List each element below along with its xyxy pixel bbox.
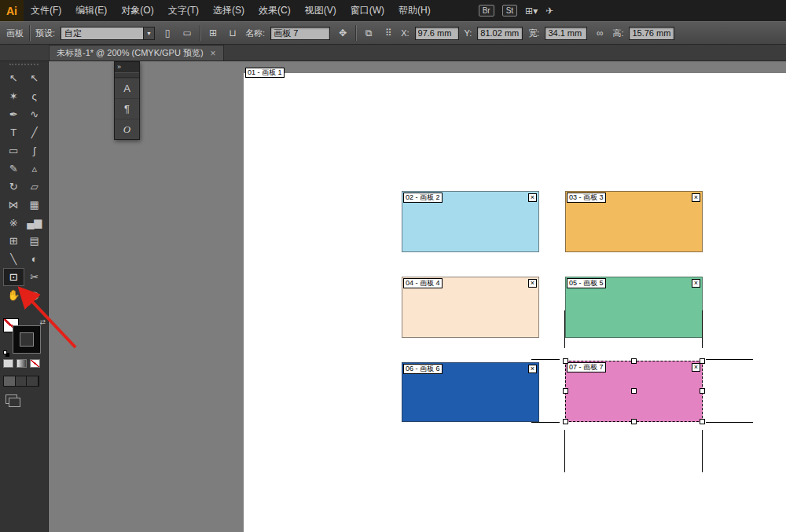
orientation-portrait-icon[interactable]: ▯ bbox=[160, 24, 174, 42]
width-input[interactable] bbox=[545, 27, 587, 40]
artboard-5[interactable]: 05 - 画板 5 × bbox=[565, 277, 703, 338]
hand-tool[interactable]: ✋ bbox=[3, 286, 24, 304]
panel-grip[interactable] bbox=[115, 72, 139, 78]
move-artwork-icon[interactable]: ⧉ bbox=[362, 24, 376, 42]
artboard-3[interactable]: 03 - 画板 3 × bbox=[565, 191, 703, 252]
artboard-label[interactable]: 04 - 画板 4 bbox=[403, 278, 443, 288]
document-tab[interactable]: 未标题-1* @ 200% (CMYK/GPU 预览) × bbox=[49, 45, 224, 61]
selection-handle[interactable] bbox=[700, 358, 705, 364]
height-input[interactable] bbox=[629, 27, 674, 40]
free-transform-tool[interactable]: ▦ bbox=[24, 196, 46, 214]
width-tool[interactable]: ⋈ bbox=[3, 196, 24, 214]
line-segment-tool[interactable]: ╱ bbox=[24, 123, 46, 141]
selection-handle[interactable] bbox=[563, 358, 568, 364]
rectangle-tool[interactable]: ▭ bbox=[3, 141, 24, 160]
artboard-6[interactable]: 06 - 画板 6 × bbox=[402, 362, 539, 422]
color-button[interactable] bbox=[3, 359, 13, 368]
draw-behind-button[interactable] bbox=[16, 376, 28, 386]
gradient-tool[interactable]: ▤ bbox=[24, 232, 46, 250]
direct-selection-tool[interactable]: ↖ bbox=[24, 69, 46, 87]
blend-tool[interactable]: ◐ bbox=[24, 250, 46, 268]
opentype-panel-button[interactable]: O bbox=[115, 119, 139, 139]
selection-tool[interactable]: ↖ bbox=[3, 69, 24, 87]
menu-help[interactable]: 帮助(H) bbox=[391, 0, 438, 21]
artboard-close-icon[interactable]: × bbox=[692, 193, 700, 202]
pen-tool[interactable]: ✒ bbox=[3, 105, 24, 123]
artboard-close-icon[interactable]: × bbox=[528, 279, 537, 288]
artboard-tool[interactable]: ⊡ bbox=[3, 268, 24, 286]
gradient-button[interactable] bbox=[17, 359, 27, 368]
artboard-name-input[interactable] bbox=[270, 27, 330, 40]
paintbrush-tool[interactable]: ʃ bbox=[24, 141, 46, 160]
orientation-landscape-icon[interactable]: ▭ bbox=[180, 24, 194, 42]
artboard-4[interactable]: 04 - 画板 4 × bbox=[402, 277, 539, 338]
mesh-tool[interactable]: ⊞ bbox=[3, 232, 24, 250]
workspace-switcher-icon[interactable]: ⊞▾ bbox=[525, 6, 538, 17]
menu-type[interactable]: 文字(T) bbox=[161, 0, 206, 21]
lasso-tool[interactable]: ς bbox=[24, 87, 46, 105]
curvature-tool[interactable]: ∿ bbox=[24, 105, 46, 123]
selection-handle[interactable] bbox=[631, 388, 637, 394]
artboard-7-selected[interactable]: 07 - 画板 7 × bbox=[565, 361, 703, 422]
stroke-swatch[interactable] bbox=[13, 326, 40, 353]
menu-effect[interactable]: 效果(C) bbox=[252, 0, 298, 21]
close-icon[interactable]: × bbox=[211, 49, 216, 58]
link-dimensions-icon[interactable]: ∞ bbox=[593, 24, 607, 42]
scale-tool[interactable]: ▱ bbox=[24, 178, 46, 196]
magic-wand-tool[interactable]: ✶ bbox=[3, 87, 24, 105]
artboard-2[interactable]: 02 - 画板 2 × bbox=[402, 191, 539, 252]
default-fill-stroke-icon[interactable] bbox=[3, 350, 7, 354]
type-tool[interactable]: T bbox=[3, 123, 24, 141]
graph-tool[interactable]: ▄▆ bbox=[24, 214, 46, 232]
rotate-tool[interactable]: ↻ bbox=[3, 178, 24, 196]
zoom-tool[interactable]: ◎ bbox=[24, 286, 46, 304]
menu-window[interactable]: 窗口(W) bbox=[343, 0, 391, 21]
selection-handle[interactable] bbox=[631, 419, 637, 424]
slice-tool[interactable]: ✂ bbox=[24, 268, 46, 286]
character-panel-button[interactable]: A bbox=[115, 78, 139, 98]
selection-handle[interactable] bbox=[631, 358, 637, 364]
x-input[interactable] bbox=[415, 27, 459, 40]
selection-handle[interactable] bbox=[563, 388, 568, 394]
reference-point-icon[interactable]: ⠿ bbox=[381, 24, 395, 42]
menu-file[interactable]: 文件(F) bbox=[24, 0, 68, 21]
screen-mode-icon[interactable] bbox=[6, 394, 17, 404]
pencil-tool[interactable]: ✎ bbox=[3, 160, 24, 178]
draw-normal-button[interactable] bbox=[4, 376, 16, 386]
share-icon[interactable]: ✈ bbox=[545, 6, 553, 17]
bridge-button[interactable]: Br bbox=[479, 5, 494, 17]
artboard-options-icon[interactable]: ✥ bbox=[336, 24, 350, 42]
artboard-label[interactable]: 02 - 画板 2 bbox=[403, 193, 443, 203]
artboard-close-icon[interactable]: × bbox=[528, 193, 537, 202]
artboard-close-icon[interactable]: × bbox=[528, 365, 537, 373]
artboard-label[interactable]: 03 - 画板 3 bbox=[567, 193, 606, 203]
delete-artboard-icon[interactable]: ⊔ bbox=[226, 24, 240, 42]
selection-handle[interactable] bbox=[700, 388, 705, 394]
new-artboard-icon[interactable]: ⊞ bbox=[206, 24, 220, 42]
artboard-label[interactable]: 05 - 画板 5 bbox=[567, 278, 606, 288]
menu-edit[interactable]: 编辑(E) bbox=[68, 0, 114, 21]
eyedropper-tool[interactable]: ╲ bbox=[3, 250, 24, 268]
paragraph-panel-button[interactable]: ¶ bbox=[115, 98, 139, 119]
y-input[interactable] bbox=[477, 27, 523, 40]
toolbar-grip[interactable] bbox=[9, 64, 39, 68]
none-button[interactable] bbox=[30, 359, 40, 368]
menu-object[interactable]: 对象(O) bbox=[114, 0, 160, 21]
artboard-label[interactable]: 01 - 画板 1 bbox=[245, 68, 285, 78]
preset-dropdown[interactable]: 自定 ▼ bbox=[61, 27, 155, 40]
shaper-tool[interactable]: ▵ bbox=[24, 160, 46, 178]
artboard-close-icon[interactable]: × bbox=[692, 363, 700, 372]
panel-collapse-button[interactable]: » bbox=[115, 62, 139, 72]
menu-select[interactable]: 选择(S) bbox=[206, 0, 252, 21]
canvas[interactable]: 01 - 画板 1 02 - 画板 2 × 03 - 画板 3 × 04 - 画… bbox=[49, 61, 786, 532]
swap-fill-stroke-icon[interactable]: ⇄ bbox=[39, 318, 46, 326]
artboard-close-icon[interactable]: × bbox=[692, 279, 700, 288]
artboard-label[interactable]: 06 - 画板 6 bbox=[403, 364, 443, 374]
stock-button[interactable]: St bbox=[502, 5, 517, 17]
menu-view[interactable]: 视图(V) bbox=[298, 0, 343, 21]
symbol-sprayer-tool[interactable]: ※ bbox=[3, 214, 24, 232]
draw-inside-button[interactable] bbox=[27, 376, 39, 386]
selection-handle[interactable] bbox=[700, 419, 705, 424]
artboard-label[interactable]: 07 - 画板 7 bbox=[567, 362, 606, 372]
selection-handle[interactable] bbox=[563, 419, 568, 424]
